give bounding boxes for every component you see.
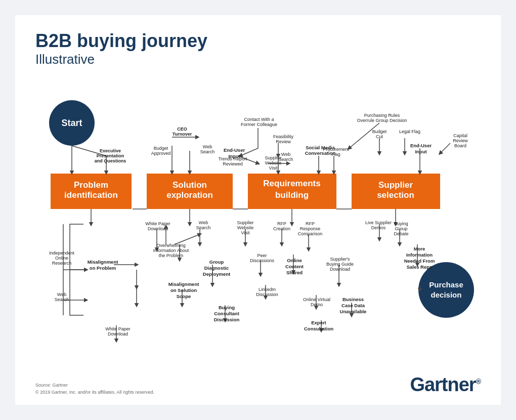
svg-text:Research: Research — [52, 261, 72, 266]
svg-text:exploration: exploration — [166, 190, 213, 200]
svg-text:Misalignment: Misalignment — [168, 281, 200, 287]
svg-text:End-User: End-User — [224, 147, 245, 153]
svg-text:Legal Flag: Legal Flag — [399, 129, 420, 134]
svg-line-164 — [175, 234, 200, 244]
gartner-logo: Gartner® — [410, 374, 481, 396]
svg-text:building: building — [275, 190, 309, 200]
svg-text:Demos: Demos — [371, 225, 386, 230]
svg-text:Independent: Independent — [49, 250, 75, 256]
svg-text:Expert: Expert — [311, 320, 326, 325]
svg-text:Information About: Information About — [153, 248, 189, 253]
svg-text:Input: Input — [415, 149, 427, 154]
svg-text:Supplier: Supplier — [378, 180, 413, 190]
svg-text:on Solution: on Solution — [170, 287, 197, 293]
svg-text:Approved: Approved — [151, 151, 171, 156]
svg-text:Cut: Cut — [376, 134, 383, 139]
svg-text:Search: Search — [55, 297, 69, 302]
svg-text:Review: Review — [453, 138, 468, 143]
svg-text:Group: Group — [209, 259, 224, 265]
svg-text:Capital: Capital — [453, 133, 467, 138]
svg-text:Discussions: Discussions — [250, 258, 275, 263]
svg-text:Overwhelming: Overwhelming — [156, 243, 186, 248]
svg-text:Website: Website — [237, 225, 253, 230]
svg-text:Consultation: Consultation — [304, 326, 333, 331]
svg-text:Buying: Buying — [219, 305, 235, 310]
title-section: B2B buying journey Illustrative — [35, 30, 481, 67]
main-title: B2B buying journey — [35, 30, 481, 52]
svg-text:Website: Website — [265, 160, 281, 165]
svg-text:White Paper: White Paper — [145, 221, 170, 226]
svg-text:Web: Web — [199, 220, 208, 225]
svg-text:identification: identification — [64, 190, 118, 200]
svg-text:Unavailable: Unavailable — [340, 309, 367, 314]
svg-text:Diagnostic: Diagnostic — [204, 265, 229, 271]
svg-text:Reviewed: Reviewed — [223, 161, 243, 166]
svg-text:Problem: Problem — [74, 180, 108, 190]
svg-text:Sales Reps: Sales Reps — [407, 264, 433, 270]
svg-text:Consultant: Consultant — [214, 311, 239, 316]
svg-line-35 — [440, 143, 450, 153]
svg-text:Turnover: Turnover — [173, 132, 192, 137]
svg-rect-9 — [352, 174, 440, 209]
svg-point-14 — [418, 262, 474, 318]
svg-text:Input: Input — [228, 153, 240, 159]
svg-text:Search: Search — [200, 149, 215, 154]
svg-text:Search: Search — [279, 157, 293, 162]
svg-text:Buying: Buying — [394, 221, 408, 226]
svg-text:Download: Download — [108, 331, 128, 337]
svg-text:More: More — [414, 246, 425, 251]
svg-text:Purchase: Purchase — [429, 280, 463, 289]
svg-text:Information: Information — [406, 252, 433, 258]
diagram: Problem identification Solution explorat… — [35, 72, 481, 366]
svg-text:Supplier: Supplier — [237, 220, 253, 225]
svg-text:Discussion: Discussion — [214, 317, 240, 322]
svg-text:Scope: Scope — [177, 293, 191, 299]
svg-text:selection: selection — [377, 190, 414, 200]
svg-text:Overrule Group Decision: Overrule Group Decision — [357, 118, 407, 123]
svg-text:Budget: Budget — [372, 129, 387, 134]
page: B2B buying journey Illustrative Problem … — [15, 15, 501, 405]
svg-text:End-User: End-User — [410, 143, 432, 148]
svg-text:Presentation: Presentation — [97, 153, 124, 158]
svg-text:Trends Report: Trends Report — [218, 156, 247, 161]
svg-text:Feasibility: Feasibility — [273, 134, 294, 139]
svg-text:Group: Group — [395, 226, 407, 231]
svg-text:Search: Search — [196, 225, 211, 230]
svg-text:Social Media: Social Media — [306, 145, 335, 150]
svg-text:Conversation: Conversation — [305, 150, 336, 156]
svg-text:Demo: Demo — [311, 302, 323, 307]
svg-text:Download: Download — [148, 226, 168, 231]
subtitle: Illustrative — [35, 52, 481, 67]
svg-text:LinkedIn: LinkedIn — [259, 287, 276, 292]
svg-line-18 — [72, 146, 106, 156]
diagram-svg: Problem identification Solution explorat… — [35, 72, 481, 366]
svg-text:Discussion: Discussion — [256, 292, 278, 297]
svg-text:Web: Web — [57, 292, 66, 297]
svg-text:Supplier's: Supplier's — [330, 257, 350, 262]
svg-text:RFP: RFP — [277, 221, 286, 226]
svg-text:Online: Online — [55, 256, 68, 261]
footer: Source: Gartner © 2019 Gartner, Inc. and… — [35, 374, 481, 396]
svg-text:Supplier: Supplier — [265, 155, 281, 160]
svg-text:on Problem: on Problem — [90, 265, 116, 271]
svg-text:Contact With a: Contact With a — [244, 117, 274, 122]
svg-text:Case Data: Case Data — [341, 303, 365, 308]
svg-text:Shared: Shared — [286, 270, 303, 275]
svg-text:Board: Board — [454, 143, 466, 148]
svg-text:Budget: Budget — [154, 146, 168, 151]
svg-text:Content: Content — [285, 264, 304, 269]
svg-text:CEO: CEO — [177, 127, 187, 132]
svg-text:Response: Response — [300, 226, 321, 231]
svg-rect-0 — [51, 174, 132, 209]
svg-text:Flag: Flag — [331, 152, 340, 157]
svg-text:and Questions: and Questions — [95, 158, 126, 163]
svg-text:the Problem: the Problem — [159, 253, 184, 258]
svg-rect-6 — [248, 174, 336, 209]
svg-text:Review: Review — [276, 139, 291, 144]
svg-line-31 — [349, 123, 379, 148]
svg-text:Deployment: Deployment — [203, 271, 231, 277]
svg-text:Creation: Creation — [273, 226, 290, 231]
svg-text:White Paper: White Paper — [105, 326, 131, 331]
footer-source: Source: Gartner © 2019 Gartner, Inc. and… — [35, 382, 154, 396]
svg-text:Solution: Solution — [173, 180, 207, 190]
